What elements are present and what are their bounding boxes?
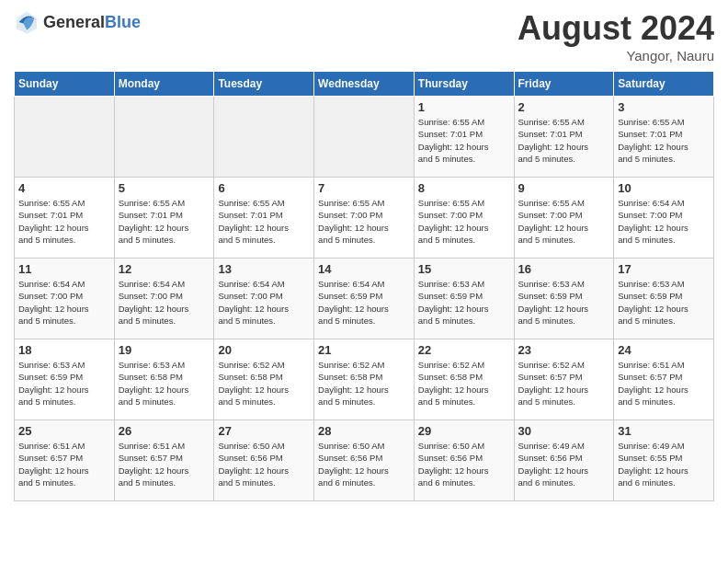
calendar-week-row: 25Sunrise: 6:51 AM Sunset: 6:57 PM Dayli…	[15, 420, 714, 501]
calendar-day-cell: 15Sunrise: 6:53 AM Sunset: 6:59 PM Dayli…	[414, 259, 514, 339]
calendar-day-cell: 31Sunrise: 6:49 AM Sunset: 6:55 PM Dayli…	[614, 420, 714, 501]
page-header: GeneralBlue August 2024 Yangor, Nauru	[14, 9, 714, 63]
day-info: Sunrise: 6:54 AM Sunset: 7:00 PM Dayligh…	[18, 278, 110, 327]
day-number: 30	[518, 424, 610, 438]
day-info: Sunrise: 6:51 AM Sunset: 6:57 PM Dayligh…	[119, 440, 210, 488]
day-number: 31	[618, 424, 710, 438]
logo-text: GeneralBlue	[43, 13, 141, 32]
day-info: Sunrise: 6:55 AM Sunset: 7:01 PM Dayligh…	[418, 116, 510, 165]
day-number: 11	[18, 262, 110, 276]
weekday-header-row: SundayMondayTuesdayWednesdayThursdayFrid…	[15, 72, 714, 97]
day-info: Sunrise: 6:53 AM Sunset: 6:59 PM Dayligh…	[418, 278, 510, 327]
day-info: Sunrise: 6:50 AM Sunset: 6:56 PM Dayligh…	[218, 440, 310, 488]
calendar-day-cell: 12Sunrise: 6:54 AM Sunset: 7:00 PM Dayli…	[114, 259, 214, 339]
calendar-day-cell: 24Sunrise: 6:51 AM Sunset: 6:57 PM Dayli…	[614, 339, 714, 420]
day-info: Sunrise: 6:55 AM Sunset: 7:00 PM Dayligh…	[418, 197, 510, 246]
calendar-day-cell: 17Sunrise: 6:53 AM Sunset: 6:59 PM Dayli…	[614, 259, 714, 339]
day-info: Sunrise: 6:52 AM Sunset: 6:57 PM Dayligh…	[518, 359, 610, 408]
day-number: 15	[418, 262, 510, 276]
day-number: 22	[418, 343, 510, 357]
calendar-day-cell: 5Sunrise: 6:55 AM Sunset: 7:01 PM Daylig…	[114, 178, 214, 259]
day-number: 2	[518, 100, 610, 114]
day-info: Sunrise: 6:49 AM Sunset: 6:56 PM Dayligh…	[518, 440, 610, 488]
day-number: 26	[119, 424, 210, 438]
day-number: 18	[18, 343, 110, 357]
day-info: Sunrise: 6:54 AM Sunset: 7:00 PM Dayligh…	[218, 278, 310, 327]
day-number: 20	[218, 343, 310, 357]
day-number: 9	[518, 181, 610, 195]
day-number: 27	[218, 424, 310, 438]
day-number: 17	[618, 262, 710, 276]
day-info: Sunrise: 6:54 AM Sunset: 7:00 PM Dayligh…	[119, 278, 210, 327]
day-number: 29	[418, 424, 510, 438]
calendar-day-cell: 19Sunrise: 6:53 AM Sunset: 6:58 PM Dayli…	[114, 339, 214, 420]
day-number: 5	[119, 181, 210, 195]
day-info: Sunrise: 6:51 AM Sunset: 6:57 PM Dayligh…	[618, 359, 710, 408]
day-number: 25	[18, 424, 110, 438]
day-number: 21	[318, 343, 410, 357]
day-info: Sunrise: 6:55 AM Sunset: 7:01 PM Dayligh…	[518, 116, 610, 165]
calendar-day-cell: 28Sunrise: 6:50 AM Sunset: 6:56 PM Dayli…	[314, 420, 415, 501]
day-info: Sunrise: 6:52 AM Sunset: 6:58 PM Dayligh…	[418, 359, 510, 408]
calendar-day-cell: 20Sunrise: 6:52 AM Sunset: 6:58 PM Dayli…	[214, 339, 314, 420]
day-number: 8	[418, 181, 510, 195]
day-info: Sunrise: 6:53 AM Sunset: 6:59 PM Dayligh…	[18, 359, 110, 408]
calendar-day-cell	[214, 97, 314, 178]
day-number: 7	[318, 181, 410, 195]
weekday-header: Monday	[114, 72, 214, 97]
calendar-day-cell: 4Sunrise: 6:55 AM Sunset: 7:01 PM Daylig…	[15, 178, 115, 259]
calendar-day-cell: 3Sunrise: 6:55 AM Sunset: 7:01 PM Daylig…	[614, 97, 714, 178]
calendar-day-cell: 16Sunrise: 6:53 AM Sunset: 6:59 PM Dayli…	[514, 259, 614, 339]
weekday-header: Sunday	[15, 72, 115, 97]
weekday-header: Thursday	[414, 72, 514, 97]
calendar-day-cell: 26Sunrise: 6:51 AM Sunset: 6:57 PM Dayli…	[114, 420, 214, 501]
calendar-day-cell	[15, 97, 115, 178]
calendar-week-row: 18Sunrise: 6:53 AM Sunset: 6:59 PM Dayli…	[15, 339, 714, 420]
calendar-table: SundayMondayTuesdayWednesdayThursdayFrid…	[14, 71, 714, 501]
calendar-week-row: 11Sunrise: 6:54 AM Sunset: 7:00 PM Dayli…	[15, 259, 714, 339]
day-number: 4	[18, 181, 110, 195]
day-number: 10	[618, 181, 710, 195]
day-info: Sunrise: 6:53 AM Sunset: 6:59 PM Dayligh…	[618, 278, 710, 327]
day-number: 14	[318, 262, 410, 276]
calendar-day-cell: 18Sunrise: 6:53 AM Sunset: 6:59 PM Dayli…	[15, 339, 115, 420]
day-info: Sunrise: 6:55 AM Sunset: 7:01 PM Dayligh…	[119, 197, 210, 246]
calendar-day-cell	[114, 97, 214, 178]
calendar-day-cell: 1Sunrise: 6:55 AM Sunset: 7:01 PM Daylig…	[414, 97, 514, 178]
day-info: Sunrise: 6:54 AM Sunset: 6:59 PM Dayligh…	[318, 278, 410, 327]
day-number: 3	[618, 100, 710, 114]
calendar-day-cell: 8Sunrise: 6:55 AM Sunset: 7:00 PM Daylig…	[414, 178, 514, 259]
day-info: Sunrise: 6:52 AM Sunset: 6:58 PM Dayligh…	[318, 359, 410, 408]
calendar-day-cell: 13Sunrise: 6:54 AM Sunset: 7:00 PM Dayli…	[214, 259, 314, 339]
calendar-day-cell: 10Sunrise: 6:54 AM Sunset: 7:00 PM Dayli…	[614, 178, 714, 259]
weekday-header: Wednesday	[314, 72, 415, 97]
logo-icon	[14, 9, 40, 35]
calendar-day-cell: 11Sunrise: 6:54 AM Sunset: 7:00 PM Dayli…	[15, 259, 115, 339]
day-number: 13	[218, 262, 310, 276]
day-number: 6	[218, 181, 310, 195]
calendar-day-cell: 14Sunrise: 6:54 AM Sunset: 6:59 PM Dayli…	[314, 259, 415, 339]
calendar-day-cell: 9Sunrise: 6:55 AM Sunset: 7:00 PM Daylig…	[514, 178, 614, 259]
calendar-day-cell: 22Sunrise: 6:52 AM Sunset: 6:58 PM Dayli…	[414, 339, 514, 420]
weekday-header: Friday	[514, 72, 614, 97]
day-number: 19	[119, 343, 210, 357]
day-info: Sunrise: 6:55 AM Sunset: 7:01 PM Dayligh…	[618, 116, 710, 165]
day-info: Sunrise: 6:51 AM Sunset: 6:57 PM Dayligh…	[18, 440, 110, 488]
day-info: Sunrise: 6:55 AM Sunset: 7:01 PM Dayligh…	[218, 197, 310, 246]
day-info: Sunrise: 6:53 AM Sunset: 6:58 PM Dayligh…	[119, 359, 210, 408]
day-info: Sunrise: 6:55 AM Sunset: 7:01 PM Dayligh…	[18, 197, 110, 246]
day-info: Sunrise: 6:49 AM Sunset: 6:55 PM Dayligh…	[618, 440, 710, 488]
day-info: Sunrise: 6:55 AM Sunset: 7:00 PM Dayligh…	[518, 197, 610, 246]
day-info: Sunrise: 6:54 AM Sunset: 7:00 PM Dayligh…	[618, 197, 710, 246]
day-info: Sunrise: 6:55 AM Sunset: 7:00 PM Dayligh…	[318, 197, 410, 246]
calendar-day-cell: 29Sunrise: 6:50 AM Sunset: 6:56 PM Dayli…	[414, 420, 514, 501]
logo: GeneralBlue	[14, 9, 141, 35]
title-block: August 2024 Yangor, Nauru	[518, 9, 714, 63]
day-number: 16	[518, 262, 610, 276]
calendar-day-cell: 27Sunrise: 6:50 AM Sunset: 6:56 PM Dayli…	[214, 420, 314, 501]
calendar-day-cell: 25Sunrise: 6:51 AM Sunset: 6:57 PM Dayli…	[15, 420, 115, 501]
calendar-day-cell: 7Sunrise: 6:55 AM Sunset: 7:00 PM Daylig…	[314, 178, 415, 259]
location-subtitle: Yangor, Nauru	[518, 48, 714, 63]
calendar-week-row: 1Sunrise: 6:55 AM Sunset: 7:01 PM Daylig…	[15, 97, 714, 178]
month-year-title: August 2024	[518, 9, 714, 48]
